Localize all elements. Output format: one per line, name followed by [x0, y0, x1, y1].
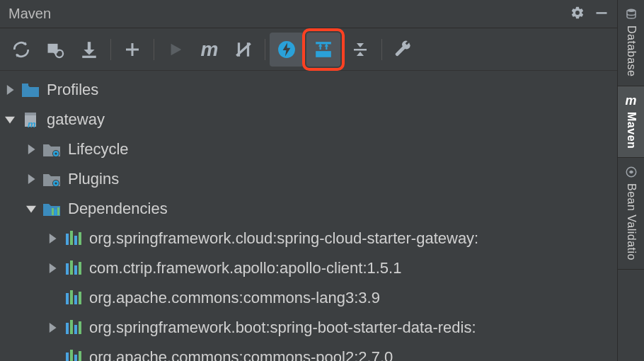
maven-toolbar: m [0, 28, 617, 71]
svg-rect-5 [82, 55, 96, 57]
tree-label: org.apache.commons:commons-lang3:3.9 [89, 289, 380, 307]
chevron-right-icon[interactable] [24, 142, 38, 156]
svg-marker-22 [357, 52, 364, 56]
svg-rect-7 [126, 48, 139, 50]
svg-rect-0 [597, 12, 607, 14]
svg-marker-37 [26, 206, 36, 213]
tree-label: gateway [47, 110, 105, 129]
tree-label: Lifecycle [68, 140, 129, 159]
chevron-right-icon[interactable] [45, 261, 59, 275]
svg-marker-29 [28, 144, 35, 154]
tool-tab-maven[interactable]: m Maven [618, 86, 644, 158]
chevron-right-icon[interactable] [3, 83, 17, 97]
folder-dependencies-icon [42, 200, 61, 218]
svg-marker-4 [84, 50, 94, 55]
svg-rect-59 [79, 321, 81, 334]
tree-node-dependency[interactable]: com.ctrip.framework.apollo:apollo-client… [0, 253, 617, 283]
generate-sources-icon[interactable] [38, 33, 72, 67]
svg-rect-3 [88, 42, 91, 50]
svg-point-32 [54, 152, 57, 154]
svg-rect-56 [66, 323, 69, 334]
svg-marker-25 [5, 117, 15, 124]
svg-marker-46 [50, 263, 57, 273]
svg-rect-57 [70, 320, 73, 334]
svg-rect-39 [54, 210, 57, 215]
svg-rect-52 [70, 290, 73, 304]
tool-tab-database[interactable]: Database [618, 0, 644, 86]
tree-label: org.apache.commons:commons-pool2:2.7.0 [89, 348, 393, 361]
chevron-down-icon[interactable] [24, 202, 38, 216]
svg-rect-54 [79, 292, 81, 304]
bean-validation-icon [624, 165, 638, 179]
svg-point-36 [54, 182, 57, 184]
download-icon[interactable] [72, 33, 106, 67]
tree-node-dependency[interactable]: org.springframework.boot:spring-boot-sta… [0, 313, 617, 343]
tree-label: Dependencies [68, 200, 168, 218]
svg-rect-45 [79, 232, 81, 245]
tree-label: Plugins [68, 170, 119, 188]
tree-node-profiles[interactable]: Profiles [0, 75, 617, 105]
toolbar-separator [381, 39, 382, 60]
tree-node-dependency[interactable]: org.apache.commons:commons-lang3:3.9 [0, 283, 617, 313]
library-icon [64, 319, 82, 337]
tree-node-dependency[interactable]: org.apache.commons:commons-pool2:2.7.0 [0, 343, 617, 361]
gear-icon[interactable] [570, 6, 585, 23]
svg-rect-38 [52, 208, 54, 215]
svg-rect-63 [79, 351, 81, 361]
chevron-right-icon[interactable] [45, 321, 59, 335]
svg-marker-23 [7, 85, 14, 95]
svg-rect-49 [74, 265, 77, 275]
folder-gear-icon [42, 140, 61, 159]
svg-rect-14 [316, 51, 331, 57]
svg-rect-61 [70, 350, 73, 361]
svg-point-64 [627, 9, 636, 13]
tree-label: org.springframework.cloud:spring-cloud-s… [89, 229, 478, 248]
svg-text:m: m [28, 119, 36, 128]
titlebar: Maven [0, 0, 617, 28]
svg-marker-41 [50, 234, 57, 243]
tree-label: org.springframework.boot:spring-boot-sta… [89, 319, 476, 337]
minimize-icon[interactable] [594, 6, 609, 23]
database-icon [624, 7, 638, 21]
offline-mode-icon[interactable] [270, 33, 304, 67]
library-icon [64, 229, 82, 248]
show-dependencies-highlight [302, 28, 345, 71]
svg-rect-44 [74, 236, 77, 245]
show-dependencies-icon[interactable] [306, 33, 340, 67]
chevron-right-icon[interactable] [45, 231, 59, 246]
svg-rect-40 [57, 207, 59, 215]
chevron-down-icon[interactable] [3, 113, 17, 127]
toolbar-separator [265, 39, 265, 60]
reimport-icon[interactable] [4, 33, 38, 67]
folder-profiles-icon [21, 81, 40, 99]
svg-rect-60 [66, 353, 69, 361]
add-icon[interactable] [115, 33, 149, 67]
settings-wrench-icon[interactable] [386, 33, 420, 67]
collapse-all-icon[interactable] [343, 33, 377, 67]
tool-tab-bean-validation[interactable]: Bean Validatio [618, 158, 644, 270]
tree-node-dependencies[interactable]: Dependencies [0, 194, 617, 224]
toolbar-separator [110, 39, 111, 60]
svg-rect-47 [66, 263, 69, 275]
maven-module-icon: m [21, 110, 40, 129]
tool-tab-label: Bean Validatio [625, 183, 638, 260]
library-icon [64, 259, 82, 277]
svg-rect-62 [74, 355, 77, 361]
tree-node-project[interactable]: m gateway [0, 105, 617, 134]
svg-rect-24 [22, 84, 28, 86]
library-icon [64, 289, 82, 307]
tree-node-dependency[interactable]: org.springframework.cloud:spring-cloud-s… [0, 224, 617, 253]
chevron-right-icon[interactable] [24, 172, 38, 186]
svg-marker-33 [28, 174, 35, 184]
svg-rect-53 [74, 295, 77, 304]
tool-window-title: Maven [8, 6, 570, 22]
tool-tab-label: Database [625, 25, 638, 77]
run-icon[interactable] [159, 33, 192, 67]
library-icon [64, 348, 82, 361]
tree-node-lifecycle[interactable]: Lifecycle [0, 134, 617, 164]
svg-marker-8 [171, 43, 182, 55]
maven-tree: Profiles m gateway Lifecycle [0, 71, 617, 361]
toggle-skip-tests-icon[interactable] [226, 33, 260, 67]
maven-goal-icon[interactable]: m [192, 33, 226, 67]
tree-node-plugins[interactable]: Plugins [0, 164, 617, 194]
